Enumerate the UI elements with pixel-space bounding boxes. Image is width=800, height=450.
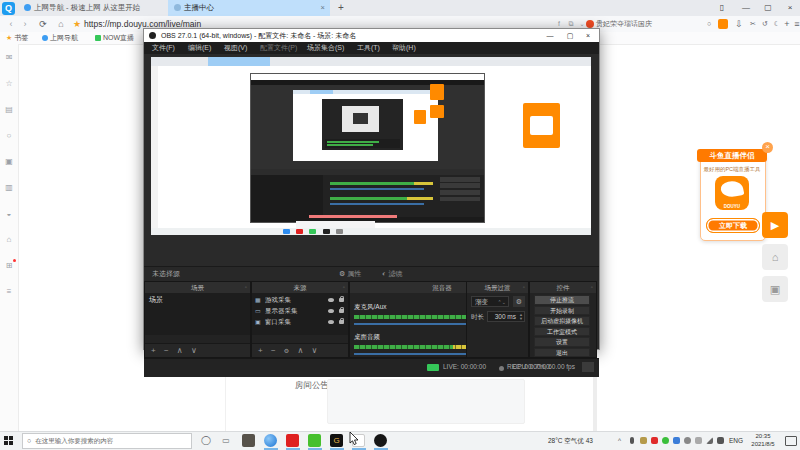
hotspot-news[interactable]: 贵妃荣夺瑞话国庆 bbox=[596, 16, 652, 32]
minimize-button[interactable]: — bbox=[736, 0, 756, 16]
new-tab-button[interactable]: + bbox=[334, 1, 348, 15]
properties-button[interactable]: ⚙ 属性 bbox=[339, 266, 361, 281]
remove-source-button[interactable]: − bbox=[271, 346, 276, 355]
taskbar-clock[interactable]: 20:352021/8/5 bbox=[746, 433, 780, 448]
transition-gear-button[interactable]: ⚙ bbox=[513, 296, 525, 307]
tab-home-navigation[interactable]: 上网导航 - 极速上网 从这里开始 bbox=[18, 0, 166, 16]
toolbox-icon[interactable]: ⌂ bbox=[0, 232, 18, 248]
filters-button[interactable]: ◐ 滤镜 bbox=[382, 266, 402, 281]
cart-icon[interactable]: ⊞ bbox=[0, 258, 18, 274]
tab-close-icon[interactable]: × bbox=[321, 0, 325, 16]
visibility-eye-icon[interactable] bbox=[328, 320, 334, 324]
home-icon[interactable]: ⌂ bbox=[54, 16, 68, 32]
quick-live-button[interactable]: ▶ bbox=[762, 212, 788, 238]
lock-icon[interactable] bbox=[339, 309, 344, 313]
maximize-button[interactable]: ▢ bbox=[561, 29, 579, 42]
pin-icon[interactable]: ◦ bbox=[523, 282, 525, 293]
menu-view[interactable]: 视图(V) bbox=[224, 42, 247, 54]
taskbar-app-wechat[interactable] bbox=[308, 434, 321, 447]
refresh-icon[interactable]: ⟳ bbox=[36, 16, 50, 32]
hotspot-icon[interactable] bbox=[586, 20, 594, 28]
wechat-tray-icon[interactable] bbox=[662, 437, 669, 444]
screenshot-icon[interactable]: ▣ bbox=[0, 154, 18, 170]
defender-tray-icon[interactable] bbox=[673, 437, 680, 444]
device-mode-button[interactable]: ▯ bbox=[712, 0, 732, 16]
stop-streaming-button[interactable]: 停止推流 bbox=[534, 295, 590, 305]
start-recording-button[interactable]: 开始录制 bbox=[534, 306, 590, 316]
menu-help[interactable]: 帮助(H) bbox=[392, 42, 416, 54]
chat-icon[interactable]: ◒ bbox=[0, 206, 18, 222]
tab-streamer-center[interactable]: 主播中心× bbox=[168, 0, 330, 16]
tray-icon-1[interactable] bbox=[640, 437, 647, 444]
mic-tray-icon[interactable] bbox=[630, 437, 634, 444]
scene-item[interactable]: 场景 bbox=[149, 295, 163, 305]
pin-icon[interactable]: ◦ bbox=[343, 282, 345, 293]
pin-icon[interactable]: ◦ bbox=[245, 282, 247, 293]
home-float-button[interactable]: ⌂ bbox=[762, 244, 788, 270]
announcement-textarea[interactable] bbox=[327, 379, 525, 424]
notes-icon[interactable]: ▤ bbox=[0, 102, 18, 118]
close-button[interactable]: × bbox=[780, 0, 800, 16]
move-up-button[interactable]: ∧ bbox=[177, 346, 183, 355]
reader-icon[interactable]: ≡ bbox=[0, 284, 18, 300]
visibility-eye-icon[interactable] bbox=[328, 309, 334, 313]
task-view-icon[interactable]: ▭ bbox=[218, 433, 234, 448]
virtual-camera-button[interactable]: 启动虚拟摄像机 bbox=[534, 316, 590, 326]
move-down-button[interactable]: ∨ bbox=[191, 346, 197, 355]
taskbar-app-briefcase[interactable] bbox=[242, 434, 255, 447]
language-indicator[interactable]: ENG bbox=[729, 431, 743, 450]
bookmark-nav[interactable]: 上网导航 bbox=[42, 32, 78, 44]
menu-edit[interactable]: 编辑(E) bbox=[188, 42, 211, 54]
tray-expand-icon[interactable]: ^ bbox=[618, 431, 621, 450]
bookmark-star[interactable]: ★ 书签 bbox=[6, 32, 28, 44]
taskbar-search-input[interactable]: ○在这里输入你要搜索的内容 bbox=[22, 433, 192, 449]
taskbar-app-obs[interactable] bbox=[374, 434, 387, 447]
clock-tray-icon[interactable] bbox=[684, 437, 691, 444]
add-source-button[interactable]: + bbox=[258, 346, 263, 355]
menu-icon[interactable]: ≡ bbox=[790, 16, 800, 32]
mail-icon[interactable]: ✉ bbox=[0, 50, 18, 66]
cortana-icon[interactable]: ◯ bbox=[198, 433, 214, 448]
menu-profile[interactable]: 配置文件(P) bbox=[260, 42, 297, 54]
douyu-tray-icon[interactable] bbox=[651, 437, 658, 444]
visibility-eye-icon[interactable] bbox=[328, 298, 334, 302]
close-icon[interactable]: × bbox=[762, 142, 773, 153]
source-row-game-capture[interactable]: ▦游戏采集 bbox=[252, 294, 348, 305]
source-row-window-capture[interactable]: ▣窗口采集 bbox=[252, 316, 348, 327]
transition-select[interactable]: 渐变⌃⌄ bbox=[471, 296, 509, 307]
browser-logo[interactable]: Q bbox=[2, 2, 15, 15]
source-row-display-capture[interactable]: ▭显示器采集 bbox=[252, 305, 348, 316]
obs-preview[interactable] bbox=[144, 54, 599, 266]
close-button[interactable]: × bbox=[579, 29, 597, 42]
menu-tools[interactable]: 工具(T) bbox=[357, 42, 380, 54]
move-down-button[interactable]: ∨ bbox=[312, 346, 318, 355]
add-scene-button[interactable]: + bbox=[151, 346, 156, 355]
settings-button[interactable]: 设置 bbox=[534, 337, 590, 347]
menu-scene-collection[interactable]: 场景集合(S) bbox=[307, 42, 344, 54]
lock-icon[interactable] bbox=[339, 320, 344, 324]
favorites-icon[interactable]: ☆ bbox=[0, 76, 18, 92]
wallet-icon[interactable]: ▥ bbox=[0, 180, 18, 196]
move-up-button[interactable]: ∧ bbox=[297, 346, 303, 355]
forward-icon[interactable]: › bbox=[18, 16, 32, 32]
taskbar-app-douyu[interactable] bbox=[286, 434, 299, 447]
exit-button[interactable]: 退出 bbox=[534, 348, 590, 358]
spinner-icon[interactable]: ▲▼ bbox=[519, 313, 523, 321]
taskbar-app-g[interactable]: G bbox=[330, 434, 343, 447]
start-button[interactable] bbox=[4, 436, 13, 445]
source-properties-icon[interactable]: ⚙ bbox=[284, 348, 289, 354]
pin-icon[interactable]: ◦ bbox=[591, 282, 593, 293]
taskbar-app-qq-browser[interactable] bbox=[264, 434, 277, 447]
record-float-button[interactable]: ▣ bbox=[762, 276, 788, 302]
action-center-icon[interactable] bbox=[785, 436, 797, 446]
bookmark-now-live[interactable]: NOW直播 bbox=[95, 32, 134, 44]
download-now-button[interactable]: 立即下载 bbox=[706, 218, 760, 233]
sync-tray-icon[interactable] bbox=[695, 437, 702, 444]
duration-spinbox[interactable]: 300 ms▲▼ bbox=[487, 311, 525, 322]
maximize-button[interactable]: ▢ bbox=[758, 0, 778, 16]
download-icon[interactable]: ⇩ bbox=[732, 16, 746, 32]
remove-scene-button[interactable]: − bbox=[164, 346, 169, 355]
weather-status[interactable]: 28°C 空气优 43 bbox=[548, 431, 593, 450]
menu-file[interactable]: 文件(F) bbox=[152, 42, 175, 54]
studio-mode-button[interactable]: 工作室模式 bbox=[534, 327, 590, 337]
